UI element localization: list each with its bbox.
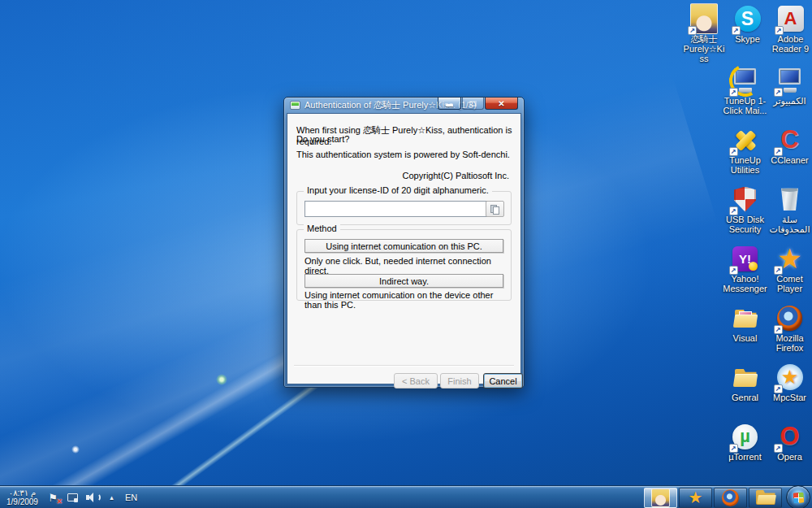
icon-label: Skype: [735, 34, 760, 44]
method-groupbox: Method Using internet comunication on th…: [296, 229, 512, 301]
license-id-input[interactable]: [304, 201, 490, 217]
comet-player-icon: ★ ↗: [776, 245, 804, 272]
icon-label: TuneUp Utilities: [723, 155, 767, 175]
mpcstar-icon: ★: [689, 489, 703, 506]
desktop-icon-yahoo-messenger[interactable]: Y! ↗ Yahoo! Messenger: [723, 245, 767, 304]
tuneup-utilities-icon: ↗: [732, 126, 759, 154]
desktop-icon-genral-folder[interactable]: Genral: [723, 363, 767, 423]
soft-denchi-icon: [290, 101, 300, 110]
icon-label: Adobe Reader 9: [769, 34, 812, 54]
icon-label: USB Disk Security: [723, 215, 767, 234]
taskbar-button-mpcstar[interactable]: ★: [679, 488, 712, 508]
desktop-icon-firefox[interactable]: ↗ Mozilla Firefox: [768, 304, 812, 363]
desktop-icon-tuneup-1click[interactable]: ↗ TuneUp 1-Click Mai...: [723, 67, 767, 126]
method-note-2: Using internet comunication on the devic…: [304, 290, 511, 310]
yahoo-messenger-icon: Y! ↗: [732, 245, 759, 272]
icon-label: Yahoo! Messenger: [723, 274, 767, 293]
copyright-text: Copyright(C) Paltiosoft Inc.: [403, 171, 509, 180]
desktop-icon-recycle-bin[interactable]: سلة المحذوفات: [768, 185, 812, 245]
desktop-icon-grid: ↗ TuneUp 1-Click Mai... ↗ الكمبيوتر ↗ Tu…: [723, 67, 812, 482]
utorrent-icon: µ ↗: [732, 423, 759, 450]
desktop-icon-usb-disk-security[interactable]: ↗ USB Disk Security: [723, 185, 767, 245]
finish-button: Finish: [440, 373, 479, 389]
desktop-icon-adobe-reader[interactable]: A ↗ Adobe Reader 9: [769, 5, 812, 63]
tuneup-1click-icon: ↗: [732, 67, 759, 94]
desktop-icon-mpcstar[interactable]: ★ ↗ MpcStar: [768, 363, 812, 423]
desktop-icon-comet-player[interactable]: ★ ↗ Comet Player: [768, 245, 812, 304]
close-icon: ✕: [498, 99, 504, 108]
intro-line-2: Do you start?: [296, 134, 349, 144]
desktop-icon-tuneup-utilities[interactable]: ↗ TuneUp Utilities: [723, 126, 767, 185]
purely-kiss-icon: [651, 488, 670, 507]
shortcut-arrow-icon: ↗: [729, 206, 738, 215]
taskbar: م ٠٨:٣١ 1/9/2009 ⚑ ✕ ▴ EN ★: [0, 485, 812, 508]
start-button[interactable]: [786, 485, 810, 508]
desktop-icon-opera[interactable]: O ↗ Opera: [768, 423, 812, 482]
action-center-flag-icon[interactable]: ⚑ ✕: [47, 492, 59, 504]
footer-separator: [294, 365, 514, 367]
wallpaper-sparkle: [71, 445, 80, 454]
recycle-bin-icon: [776, 185, 804, 213]
taskbar-button-firefox[interactable]: [714, 488, 747, 508]
desktop-top-icons: ↗ 恋騎士 Purely☆Kiss S ↗ Skype A ↗ Adobe Re…: [682, 5, 812, 63]
icon-label: Opera: [777, 452, 802, 462]
show-hidden-icons-button[interactable]: ▴: [106, 492, 118, 504]
internet-this-pc-button[interactable]: Using internet comunication on this PC.: [304, 239, 503, 253]
mpcstar-icon: ★ ↗: [776, 363, 804, 391]
taskbar-clock[interactable]: م ٠٨:٣١ 1/9/2009: [5, 488, 40, 506]
desktop-icon-purely-kiss[interactable]: ↗ 恋騎士 Purely☆Kiss: [682, 5, 726, 63]
desktop-icon-computer[interactable]: ↗ الكمبيوتر: [768, 67, 812, 126]
method-note-1: Only one click. But, needed internet con…: [304, 256, 511, 276]
clock-time: م ٠٨:٣١: [6, 488, 38, 497]
shortcut-arrow-icon: ↗: [774, 325, 783, 334]
window-controls: ✕: [437, 98, 518, 110]
desktop: ↗ 恋騎士 Purely☆Kiss S ↗ Skype A ↗ Adobe Re…: [0, 0, 812, 508]
computer-icon: ↗: [776, 67, 804, 94]
folder-icon: [732, 363, 759, 391]
shortcut-arrow-icon: ↗: [774, 147, 783, 156]
cancel-button[interactable]: Cancel: [483, 373, 523, 389]
desktop-icon-visual-folder[interactable]: Visual: [723, 304, 767, 363]
shortcut-arrow-icon: ↗: [729, 88, 738, 97]
network-icon[interactable]: [67, 492, 79, 504]
explorer-folder-icon: [756, 490, 775, 505]
shortcut-arrow-icon: ↗: [688, 26, 697, 35]
firefox-icon: [722, 489, 739, 506]
error-badge-icon: ✕: [56, 497, 63, 506]
desktop-icon-utorrent[interactable]: µ ↗ µTorrent: [723, 423, 767, 482]
shortcut-arrow-icon: ↗: [774, 88, 783, 97]
icon-label: 恋騎士 Purely☆Kiss: [681, 34, 727, 63]
icon-label: TuneUp 1-Click Mai...: [723, 96, 767, 115]
shortcut-arrow-icon: ↗: [775, 26, 784, 35]
maximize-icon: [469, 101, 477, 106]
shortcut-arrow-icon: ↗: [729, 266, 738, 275]
intro-line-3: This authentication system is powered by…: [296, 150, 510, 159]
maximize-button: [462, 98, 484, 110]
minimize-button[interactable]: [438, 98, 461, 110]
taskbar-button-purely-kiss[interactable]: [644, 488, 677, 508]
volume-icon[interactable]: [86, 492, 98, 504]
icon-label: Comet Player: [768, 274, 812, 293]
shield-icon: ↗: [732, 185, 759, 213]
clock-date: 1/9/2009: [6, 497, 38, 506]
license-groupbox: Input your license-ID of 20 digit alphan…: [296, 191, 512, 225]
system-tray: م ٠٨:٣١ 1/9/2009 ⚑ ✕ ▴ EN: [5, 486, 137, 508]
close-button[interactable]: ✕: [485, 98, 518, 110]
icon-label: µTorrent: [728, 452, 762, 462]
taskbar-buttons: ★: [642, 486, 810, 508]
language-indicator[interactable]: EN: [125, 493, 137, 502]
taskbar-button-explorer[interactable]: [749, 488, 782, 508]
shortcut-arrow-icon: ↗: [729, 147, 738, 156]
indirect-way-button[interactable]: Indirect way.: [304, 274, 503, 288]
icon-label: الكمبيوتر: [773, 96, 806, 106]
shortcut-arrow-icon: ↗: [774, 266, 783, 275]
icon-label: Visual: [733, 333, 758, 343]
desktop-icon-ccleaner[interactable]: C ↗ CCleaner: [768, 126, 812, 185]
shortcut-arrow-icon: ↗: [774, 384, 783, 393]
minimize-icon: [446, 104, 453, 106]
shortcut-arrow-icon: ↗: [732, 26, 741, 35]
desktop-icon-skype[interactable]: S ↗ Skype: [726, 5, 769, 63]
authentication-dialog: Authentication of 恋騎士 Purely☆Kiss. (1/3)…: [283, 97, 525, 388]
ccleaner-icon: C ↗: [776, 126, 804, 154]
paste-button[interactable]: [486, 201, 504, 217]
